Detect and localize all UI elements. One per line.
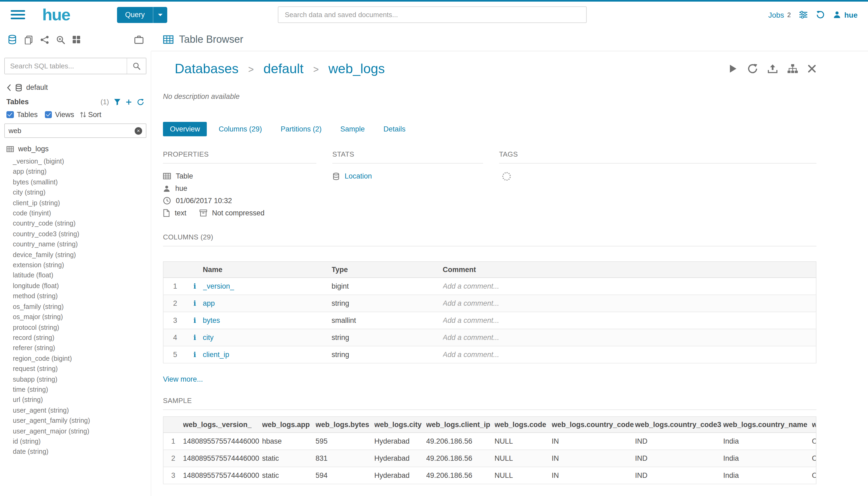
chevron-left-icon[interactable] bbox=[6, 84, 11, 91]
sidebar-column-item[interactable]: code (tinyint) bbox=[13, 208, 151, 219]
share-icon[interactable] bbox=[40, 35, 49, 44]
query-button[interactable]: Query bbox=[117, 7, 167, 23]
close-icon[interactable] bbox=[807, 64, 817, 73]
breadcrumb-item[interactable]: Databases bbox=[175, 61, 239, 76]
global-search-input[interactable] bbox=[278, 6, 587, 23]
sidebar-column-item[interactable]: referer (string) bbox=[13, 343, 151, 354]
add-icon[interactable] bbox=[126, 98, 132, 105]
sort-label: Sort bbox=[88, 111, 101, 119]
jobs-link[interactable]: Jobs bbox=[768, 11, 784, 19]
sidebar-column-item[interactable]: latitude (float) bbox=[13, 271, 151, 281]
row-number: 2 bbox=[163, 450, 183, 467]
sidebar-table-name: web_logs bbox=[18, 145, 49, 153]
refresh-icon[interactable] bbox=[137, 98, 144, 106]
sidebar-column-item[interactable]: _version_ (bigint) bbox=[13, 157, 151, 167]
sample-cell: Hyderabad bbox=[374, 450, 426, 467]
sidebar-column-item[interactable]: device_family (string) bbox=[13, 250, 151, 260]
sidebar-column-item[interactable]: extension (string) bbox=[13, 260, 151, 271]
sidebar-column-item[interactable]: record (string) bbox=[13, 333, 151, 343]
sidebar-column-item[interactable]: subapp (string) bbox=[13, 374, 151, 385]
sidebar-column-item[interactable]: os_major (string) bbox=[13, 312, 151, 323]
breadcrumb-item[interactable]: web_logs bbox=[328, 61, 385, 76]
views-checkbox[interactable] bbox=[45, 111, 52, 119]
apps-grid-icon[interactable] bbox=[72, 35, 81, 44]
sitemap-icon[interactable] bbox=[787, 64, 798, 74]
sidebar-column-item[interactable]: date (string) bbox=[13, 447, 151, 458]
user-menu[interactable]: hue bbox=[833, 11, 857, 19]
sidebar-column-item[interactable]: os_family (string) bbox=[13, 302, 151, 312]
info-icon[interactable]: i bbox=[193, 351, 196, 359]
view-more-link[interactable]: View more... bbox=[163, 375, 203, 383]
table-description[interactable]: No description available bbox=[163, 92, 868, 100]
current-database-label[interactable]: default bbox=[26, 83, 48, 91]
sidebar-table-web-logs[interactable]: web_logs bbox=[0, 142, 151, 154]
sidebar-column-item[interactable]: client_ip (string) bbox=[13, 198, 151, 208]
column-comment[interactable]: Add a comment... bbox=[443, 346, 816, 363]
column-comment[interactable]: Add a comment... bbox=[443, 329, 816, 346]
sidebar-column-item[interactable]: longitude (float) bbox=[13, 281, 151, 292]
column-comment[interactable]: Add a comment... bbox=[443, 295, 816, 312]
sample-cell: 49.206.186.56 bbox=[426, 467, 494, 484]
sidebar-column-item[interactable]: id (string) bbox=[13, 437, 151, 447]
column-comment[interactable]: Add a comment... bbox=[443, 312, 816, 329]
sidebar-column-item[interactable]: country_code (string) bbox=[13, 219, 151, 229]
views-checkbox-label: Views bbox=[55, 111, 74, 119]
caret-down-icon[interactable] bbox=[153, 7, 167, 23]
documents-icon[interactable] bbox=[24, 35, 33, 44]
sample-cell: O bbox=[812, 433, 816, 450]
sql-search-input[interactable] bbox=[5, 58, 127, 74]
table-filter-input[interactable] bbox=[9, 127, 135, 135]
refresh-table-icon[interactable] bbox=[747, 63, 758, 74]
tab-details[interactable]: Details bbox=[376, 122, 412, 136]
column-name-link[interactable]: client_ip bbox=[203, 351, 229, 359]
sidebar-column-item[interactable]: user_agent_family (string) bbox=[13, 416, 151, 426]
table-browser-main: Databases>default>web_logs bbox=[151, 51, 868, 496]
column-name-link[interactable]: _version_ bbox=[203, 282, 234, 290]
sidebar-column-item[interactable]: url (string) bbox=[13, 395, 151, 406]
location-link[interactable]: Location bbox=[345, 171, 372, 181]
sidebar-column-item[interactable]: method (string) bbox=[13, 292, 151, 302]
search-plus-icon[interactable] bbox=[56, 35, 65, 44]
info-icon[interactable]: i bbox=[193, 316, 196, 324]
sidebar-column-item[interactable]: request (string) bbox=[13, 364, 151, 374]
tab-columns-29[interactable]: Columns (29) bbox=[212, 122, 269, 136]
sidebar-column-item[interactable]: time (string) bbox=[13, 385, 151, 395]
sidebar-column-item[interactable]: country_name (string) bbox=[13, 240, 151, 250]
column-type: string bbox=[332, 329, 443, 346]
column-name-link[interactable]: city bbox=[203, 334, 214, 342]
info-icon[interactable]: i bbox=[193, 334, 196, 342]
sidebar-column-item[interactable]: user_agent (string) bbox=[13, 406, 151, 416]
sliders-icon[interactable] bbox=[799, 11, 808, 19]
sidebar-column-item[interactable]: region_code (bigint) bbox=[13, 354, 151, 364]
tab-partitions-2[interactable]: Partitions (2) bbox=[274, 122, 329, 136]
sort-control[interactable]: Sort bbox=[80, 111, 101, 119]
search-icon[interactable] bbox=[127, 58, 146, 74]
query-play-icon[interactable] bbox=[728, 64, 738, 74]
sidebar-column-item[interactable]: app (string) bbox=[13, 167, 151, 177]
sidebar-column-item[interactable]: city (string) bbox=[13, 188, 151, 198]
menu-icon[interactable] bbox=[11, 10, 25, 19]
column-name-link[interactable]: bytes bbox=[203, 316, 220, 324]
tab-overview[interactable]: Overview bbox=[163, 122, 207, 136]
columns-header-cell: Comment bbox=[443, 262, 816, 278]
hue-logo[interactable]: hue bbox=[42, 6, 70, 23]
sidebar-column-item[interactable]: protocol (string) bbox=[13, 323, 151, 333]
info-icon[interactable]: i bbox=[193, 282, 196, 290]
sidebar-column-item[interactable]: bytes (smallint) bbox=[13, 177, 151, 188]
sidebar-column-item[interactable]: user_agent_major (string) bbox=[13, 426, 151, 437]
info-icon[interactable]: i bbox=[193, 299, 196, 307]
subheader: Table Browser bbox=[0, 28, 868, 51]
sidebar-column-item[interactable]: country_code3 (string) bbox=[13, 229, 151, 240]
database-icon[interactable] bbox=[7, 35, 17, 44]
tables-checkbox[interactable] bbox=[6, 111, 14, 119]
clear-filter-icon[interactable]: × bbox=[135, 127, 142, 135]
overview-meta: PROPERTIES Table hue bbox=[163, 150, 817, 220]
column-name-link[interactable]: app bbox=[203, 299, 215, 307]
column-comment[interactable]: Add a comment... bbox=[443, 278, 816, 295]
breadcrumb-item[interactable]: default bbox=[264, 61, 303, 76]
filter-icon[interactable] bbox=[114, 98, 121, 105]
tab-sample[interactable]: Sample bbox=[333, 122, 372, 136]
history-icon[interactable] bbox=[816, 10, 825, 19]
upload-icon[interactable] bbox=[767, 63, 778, 74]
briefcase-icon[interactable] bbox=[134, 35, 144, 44]
